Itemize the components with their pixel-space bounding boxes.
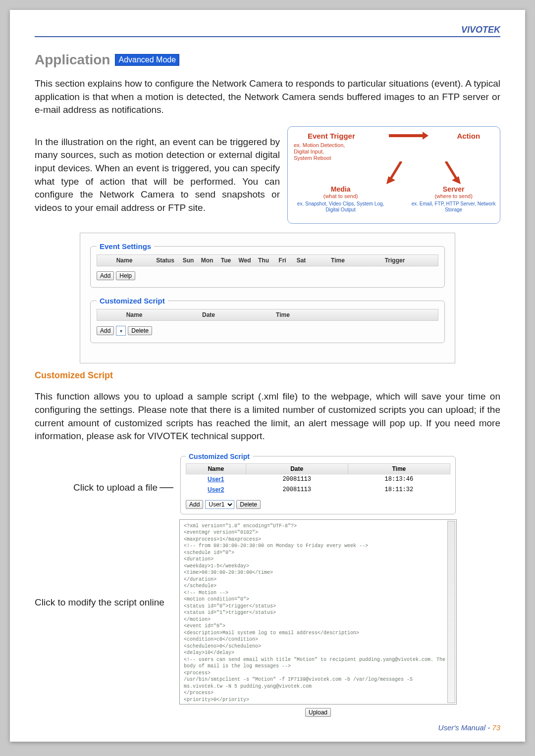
col-status: Status <box>152 255 179 266</box>
event-action-diagram: Event Trigger Action ex. Motion Detectio… <box>287 126 500 224</box>
advanced-mode-badge: Advanced Mode <box>115 54 179 66</box>
customized-script-heading: Customized Script <box>35 370 500 381</box>
customized-script-fieldset-top: Customized Script Name Date Time Add ▾ D… <box>90 297 445 343</box>
diagram-media-sub: (what to send) <box>291 193 390 199</box>
col-thu: Thu <box>254 255 273 266</box>
diagram-action-label: Action <box>457 132 480 140</box>
customized-script-desc: This function allows you to upload a sam… <box>35 390 500 443</box>
footer-page-number: 73 <box>492 723 500 732</box>
annotation-line-icon <box>160 487 173 488</box>
upload-annotation: Click to upload a file <box>73 482 158 493</box>
event-help-button[interactable]: Help <box>116 271 135 280</box>
upload-button[interactable]: Upload <box>305 708 331 717</box>
col-name: Name <box>97 255 152 266</box>
user-link[interactable]: User1 <box>208 476 224 483</box>
intro-paragraph: This section explains how to configure t… <box>35 77 500 117</box>
brand-label: VIVOTEK <box>35 25 500 35</box>
col-time: Time <box>348 463 450 474</box>
diagram-event-trigger-label: Event Trigger <box>308 132 355 140</box>
col-date: Date <box>246 463 348 474</box>
cell-time: 18:11:32 <box>348 485 450 495</box>
event-settings-header: Name Status Sun Mon Tue Wed Thu Fri Sat … <box>97 254 438 266</box>
modify-annotation: Click to modify the script online <box>35 597 164 607</box>
event-settings-fieldset: Event Settings Name Status Sun Mon Tue W… <box>90 242 445 288</box>
cscript-panel-legend: Customized Script <box>186 453 253 460</box>
page: VIVOTEK Application Advanced Mode This s… <box>10 10 525 742</box>
cell-time: 18:13:46 <box>348 474 450 485</box>
cscript-top-legend: Customized Script <box>97 297 168 305</box>
user-select[interactable]: User1 <box>205 500 234 509</box>
diagram-media-box: Media (what to send) ex. Snapshot, Video… <box>291 185 390 213</box>
event-settings-legend: Event Settings <box>97 242 154 251</box>
footer-manual-label: User's Manual - <box>438 723 492 732</box>
customized-script-fieldset-bottom: Customized Script Name Date Time User1 2… <box>180 453 456 514</box>
diagram-server-sub: (where to send) <box>410 193 497 199</box>
event-add-button[interactable]: Add <box>97 271 114 280</box>
section-title-row: Application Advanced Mode <box>35 52 500 68</box>
col-fri: Fri <box>273 255 292 266</box>
col-name: Name <box>186 463 246 474</box>
xml-editor[interactable]: <?xml version="1.0" encoding="UTF-8"?> <… <box>179 519 457 705</box>
cscript-top-add-button[interactable]: Add <box>97 326 114 335</box>
annotation-column: Click to upload a file Click to modify t… <box>35 453 173 717</box>
col-wed: Wed <box>235 255 254 266</box>
diagram-server-box: Server (where to send) ex. Email, FTP, H… <box>410 185 497 213</box>
diagram-server-example: ex. Email, FTP, HTTP Server, Network Sto… <box>410 201 497 213</box>
col-time: Time <box>311 255 365 266</box>
cscript-top-delete-button[interactable]: Delete <box>128 326 152 335</box>
col-sun: Sun <box>179 255 198 266</box>
diagram-split-arrows <box>350 161 497 184</box>
illustration-text: In the illustration on the right, an eve… <box>35 136 280 215</box>
table-row: User2 20081113 18:11:32 <box>186 485 450 495</box>
dropdown-icon[interactable]: ▾ <box>116 326 126 336</box>
col-trigger: Trigger <box>365 255 425 266</box>
cell-date: 20081113 <box>246 474 348 485</box>
section-title: Application <box>35 52 110 68</box>
diagram-example-sources: ex. Motion Detection, Digital Input, Sys… <box>294 142 497 162</box>
illustration-row: In the illustration on the right, an eve… <box>35 126 500 224</box>
header-divider <box>35 36 500 37</box>
cell-date: 20081113 <box>246 485 348 495</box>
arrow-down-right-icon <box>441 161 461 184</box>
arrow-right-icon <box>389 134 424 137</box>
col-mon: Mon <box>198 255 216 266</box>
arrow-down-left-icon <box>386 161 406 184</box>
page-footer: User's Manual - 73 <box>438 723 500 732</box>
diagram-server-title: Server <box>410 185 497 193</box>
script-table: Name Date Time User1 20081113 18:13:46 U… <box>186 463 450 495</box>
col-name: Name <box>97 309 171 320</box>
col-time: Time <box>246 309 320 320</box>
user-link[interactable]: User2 <box>208 486 224 493</box>
diagram-media-example: ex. Snapshot, Video Clips, System Log, D… <box>291 201 390 213</box>
table-row: User1 20081113 18:13:46 <box>186 474 450 485</box>
settings-panel: Event Settings Name Status Sun Mon Tue W… <box>80 233 455 363</box>
cscript-top-header: Name Date Time <box>97 309 438 321</box>
diagram-media-title: Media <box>291 185 390 193</box>
cscript-add-button[interactable]: Add <box>186 500 203 509</box>
col-tue: Tue <box>216 255 235 266</box>
col-sat: Sat <box>292 255 311 266</box>
col-date: Date <box>171 309 246 320</box>
cscript-delete-button[interactable]: Delete <box>236 500 261 509</box>
